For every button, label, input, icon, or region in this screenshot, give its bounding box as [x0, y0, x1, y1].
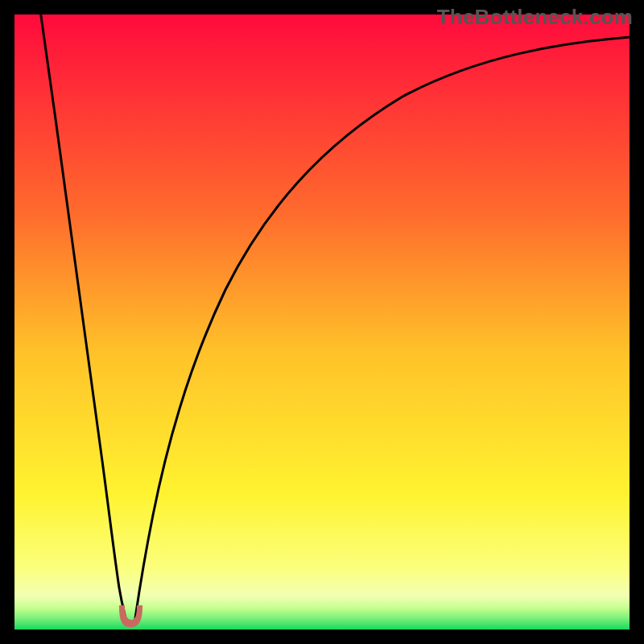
bottleneck-chart — [0, 0, 644, 644]
chart-plot-area — [14, 14, 630, 630]
watermark-text: TheBottleneck.com — [437, 5, 633, 30]
